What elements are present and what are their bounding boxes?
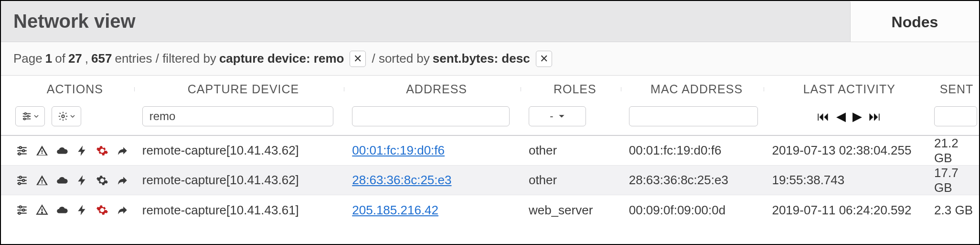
roles-cell: web_server — [529, 203, 593, 218]
bulk-gear-button[interactable] — [52, 106, 81, 126]
capture-device-cell: remote-capture[10.41.43.61] — [142, 203, 299, 218]
last-activity-cell: 19:55:38.743 — [772, 173, 844, 188]
active-filter: capture device: remo — [219, 51, 344, 66]
svg-point-1 — [24, 113, 26, 115]
cloud-icon[interactable] — [55, 144, 69, 157]
svg-point-12 — [18, 153, 20, 155]
nav-first-icon[interactable]: ⏮ — [817, 110, 830, 122]
gear-icon[interactable] — [96, 203, 109, 217]
filter-summary-bar: Page 1 of 27 , 657 entries / filtered by… — [1, 42, 979, 76]
alert-icon[interactable] — [35, 144, 49, 157]
alert-icon[interactable] — [35, 203, 49, 217]
svg-point-8 — [20, 146, 21, 148]
share-icon[interactable] — [116, 144, 129, 157]
page-title: Network view — [1, 1, 850, 42]
sliders-icon[interactable] — [15, 174, 29, 187]
roles-filter-dropdown[interactable]: - — [529, 106, 586, 126]
time-nav-controls: ⏮ ◀ ▶ ⏭ — [772, 110, 927, 122]
page-total: 27 — [68, 51, 82, 66]
roles-selected-value: - — [550, 110, 553, 122]
svg-point-24 — [18, 212, 20, 214]
address-link[interactable]: 28:63:36:8c:25:e3 — [352, 173, 451, 188]
capture-device-filter-input[interactable] — [142, 106, 333, 126]
svg-point-6 — [62, 115, 64, 118]
mac-cell: 00:01:fc:19:d0:f6 — [629, 143, 722, 158]
sent-cell: 21.2 GB — [934, 136, 979, 166]
svg-point-5 — [24, 118, 26, 120]
page-of: of — [55, 51, 65, 66]
roles-cell: other — [529, 143, 557, 158]
bulk-sliders-button[interactable] — [15, 106, 45, 126]
nodes-table: ACTIONS CAPTURE DEVICE ADDRESS ROLES MAC… — [1, 76, 979, 225]
sliders-icon[interactable] — [15, 203, 29, 217]
capture-device-cell: remote-capture[10.41.43.62] — [142, 173, 299, 188]
clear-filter-button[interactable]: ✕ — [350, 51, 366, 67]
alert-icon[interactable] — [35, 174, 49, 187]
table-row: remote-capture[10.41.43.62] 28:63:36:8c:… — [1, 166, 979, 195]
svg-point-22 — [22, 209, 24, 211]
col-sent[interactable]: SENT — [927, 82, 979, 96]
col-actions[interactable]: ACTIONS — [1, 82, 135, 96]
bolt-icon[interactable] — [75, 144, 89, 157]
page-number: 1 — [45, 51, 52, 66]
nav-last-icon[interactable]: ⏭ — [869, 110, 881, 122]
tab-nodes[interactable]: Nodes — [850, 1, 979, 42]
page-sep: , — [85, 51, 88, 66]
svg-point-14 — [20, 176, 21, 178]
col-capture-device[interactable]: CAPTURE DEVICE — [135, 82, 345, 96]
clear-sort-button[interactable]: ✕ — [536, 51, 552, 67]
sent-filter-input[interactable] — [934, 106, 977, 126]
col-mac-address[interactable]: MAC ADDRESS — [621, 82, 765, 96]
svg-point-18 — [18, 182, 20, 184]
table-row: remote-capture[10.41.43.62] 00:01:fc:19:… — [1, 136, 979, 166]
chevron-down-icon — [558, 113, 565, 120]
cloud-icon[interactable] — [55, 203, 69, 217]
svg-point-26 — [42, 212, 43, 213]
cloud-icon[interactable] — [55, 174, 69, 187]
nav-prev-icon[interactable]: ◀ — [836, 110, 846, 122]
svg-point-10 — [22, 149, 24, 151]
svg-point-20 — [20, 206, 21, 208]
sent-cell: 2.3 GB — [934, 203, 973, 218]
svg-point-16 — [22, 179, 24, 181]
sorted-prefix: / sorted by — [372, 51, 429, 66]
col-roles[interactable]: ROLES — [521, 82, 621, 96]
table-row: remote-capture[10.41.43.61] 205.185.216.… — [1, 195, 979, 225]
last-activity-cell: 2019-07-11 06:24:20.592 — [772, 203, 911, 218]
bolt-icon[interactable] — [75, 203, 89, 217]
nav-next-icon[interactable]: ▶ — [852, 110, 862, 122]
page-label-prefix: Page — [13, 51, 43, 66]
address-link[interactable]: 00:01:fc:19:d0:f6 — [352, 143, 445, 158]
active-sort: sent.bytes: desc — [433, 51, 530, 66]
sliders-icon[interactable] — [15, 144, 29, 157]
col-address[interactable]: ADDRESS — [344, 82, 521, 96]
address-filter-input[interactable] — [352, 106, 510, 126]
bolt-icon[interactable] — [75, 174, 89, 187]
share-icon[interactable] — [116, 174, 129, 187]
svg-point-3 — [27, 115, 29, 117]
capture-device-cell: remote-capture[10.41.43.62] — [142, 143, 299, 158]
roles-cell: other — [529, 173, 557, 188]
address-link[interactable]: 205.185.216.42 — [352, 203, 438, 218]
mac-filter-input[interactable] — [629, 106, 758, 126]
sent-cell: 17.7 GB — [934, 166, 979, 195]
entries-suffix: entries / filtered by — [115, 51, 216, 66]
col-last-activity[interactable]: LAST ACTIVITY — [764, 82, 927, 96]
share-icon[interactable] — [116, 203, 129, 217]
gear-icon[interactable] — [96, 174, 109, 187]
last-activity-cell: 2019-07-13 02:38:04.255 — [772, 143, 911, 158]
entries-count: 657 — [91, 51, 112, 66]
gear-icon[interactable] — [96, 144, 109, 157]
mac-cell: 28:63:36:8c:25:e3 — [629, 173, 728, 188]
mac-cell: 00:09:0f:09:00:0d — [629, 203, 725, 218]
